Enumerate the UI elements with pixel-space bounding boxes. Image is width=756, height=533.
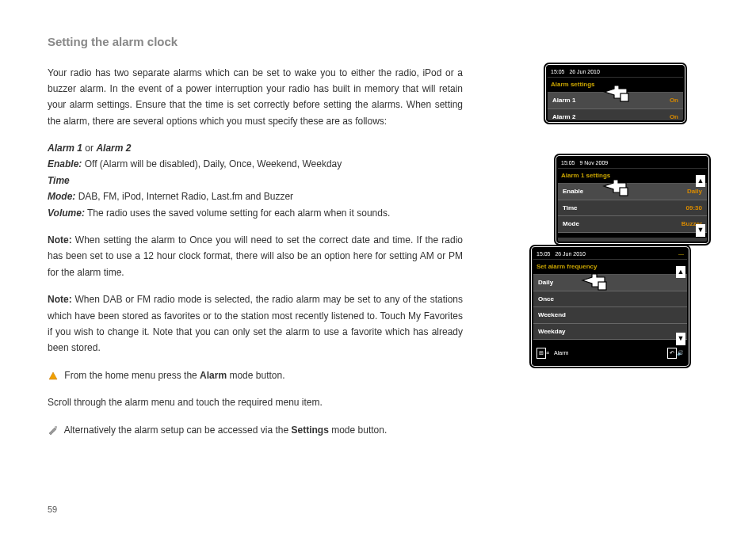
alarm2-label: Alarm 2 — [96, 143, 131, 154]
s3-time: 15:05 — [536, 251, 551, 257]
enable-text: Off (Alarm will be disabled), Daily, Onc… — [82, 158, 342, 169]
scroll-line: Scroll through the alarm menu and touch … — [48, 394, 463, 410]
down-arrow-icon: ▼ — [696, 224, 705, 236]
intro-paragraph: Your radio has two separate alarms which… — [48, 65, 463, 130]
note1-text: When setting the alarm to Once you will … — [48, 234, 463, 278]
s1-r0-l: Alarm 1 — [552, 95, 575, 106]
step2-post: mode button. — [329, 424, 387, 436]
back-icon: ↶ — [667, 348, 677, 359]
page-number: 59 — [48, 502, 57, 517]
s1-date: 26 Jun 2010 — [569, 69, 600, 74]
settings-icon — [48, 424, 59, 436]
enable-label: Enable: — [48, 158, 82, 169]
step2-bold: Settings — [292, 424, 329, 436]
s2-time: 15:05 — [561, 160, 575, 166]
alarm1-label: Alarm 1 — [48, 143, 82, 154]
step2-line: Alternatively the alarm setup can be acc… — [48, 422, 463, 438]
step1-post: mode button. — [227, 370, 284, 381]
volume-label: Volume: — [48, 207, 85, 219]
speaker-icon: 🔊 — [677, 348, 684, 358]
step1-line: From the home menu press the Alarm mode … — [48, 367, 463, 383]
s3-r3-l: Weekday — [538, 326, 566, 337]
note2-text: When DAB or FM radio mode is selected, t… — [48, 294, 463, 353]
note2-label: Note: — [48, 294, 72, 305]
svg-marker-0 — [49, 372, 57, 379]
options-block: Alarm 1 or Alarm 2 Enable: Off (Alarm wi… — [48, 140, 463, 221]
s2-r2-l: Mode — [563, 219, 579, 230]
s1-title: Alarm settings — [548, 78, 683, 93]
down-arrow-icon: ▼ — [676, 333, 685, 345]
step1-bold: Alarm — [200, 370, 227, 381]
illustration-column: 15:05 26 Jun 2010 Alarm settings Alarm 1… — [479, 65, 716, 382]
mode-text: DAB, FM, iPod, Internet Radio, Last.fm a… — [75, 191, 293, 202]
grid-icon: ⊞ — [536, 348, 546, 359]
up-arrow-icon: ▲ — [676, 266, 685, 278]
note1-paragraph: Note: When setting the alarm to Once you… — [48, 232, 463, 280]
screen-alarm1-settings: 15:05 9 Nov 2009 Alarm 1 settings Enable… — [556, 156, 708, 243]
s3-footer: Alarm — [549, 348, 667, 358]
s3-date: 26 Jun 2010 — [555, 251, 586, 257]
s2-r3-r: 15 — [695, 240, 702, 243]
s2-r0-l: Enable — [563, 186, 583, 197]
s3-r0-l: Daily — [538, 277, 553, 288]
note2-paragraph: Note: When DAB or FM radio mode is selec… — [48, 291, 463, 356]
screen-alarm-settings: 15:05 26 Jun 2010 Alarm settings Alarm 1… — [546, 65, 685, 122]
page-heading: Setting the alarm clock — [48, 32, 716, 52]
s3-title: Set alarm frequency — [533, 260, 687, 275]
s2-r1-l: Time — [563, 203, 578, 214]
screen-set-alarm-frequency: 15:05 26 Jun 2010— Set alarm frequency D… — [532, 247, 689, 366]
step2-pre: Alternatively the alarm setup can be acc… — [64, 424, 292, 436]
or-text: or — [82, 143, 96, 154]
svg-rect-1 — [55, 426, 57, 428]
step1-pre: From the home menu press the — [64, 370, 200, 381]
s1-r1-l: Alarm 2 — [552, 112, 575, 122]
note1-label: Note: — [48, 234, 72, 246]
volume-text: The radio uses the saved volume setting … — [85, 207, 390, 219]
s3-r2-l: Weekend — [538, 310, 566, 321]
s1-time: 15:05 — [551, 69, 565, 74]
s2-date: 9 Nov 2009 — [579, 160, 608, 166]
body-text-column: Your radio has two separate alarms which… — [48, 65, 463, 449]
alarm-icon — [48, 371, 59, 382]
s1-r0-r: On — [670, 95, 678, 106]
s2-title: Alarm 1 settings — [558, 169, 707, 184]
up-arrow-icon: ▲ — [696, 175, 705, 187]
s3-r1-l: Once — [538, 294, 554, 305]
s2-r3-l: Volume — [563, 240, 585, 243]
mode-label: Mode: — [48, 191, 75, 202]
time-label: Time — [48, 175, 70, 186]
s1-r1-r: On — [670, 112, 678, 122]
